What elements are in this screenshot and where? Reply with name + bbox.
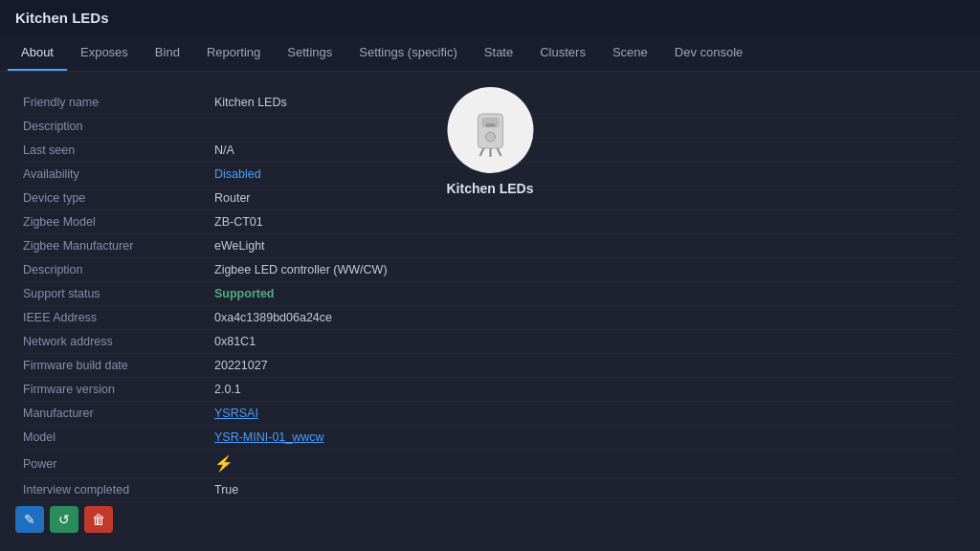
info-row: Zigbee ModelZB-CT01 (23, 210, 957, 234)
nav-tab-reporting[interactable]: Reporting (193, 35, 274, 71)
info-label: Manufacturer (23, 407, 214, 420)
info-row: Support statusSupported (23, 282, 957, 306)
info-label: Power (23, 457, 214, 471)
info-value: Supported (214, 287, 275, 300)
bottom-actions: ✎ ↺ 🗑 (15, 506, 113, 533)
nav-tabs: AboutExposesBindReportingSettingsSetting… (0, 35, 980, 72)
title-bar: Kitchen LEDs (0, 0, 980, 35)
refresh-button[interactable]: ↺ (50, 506, 78, 533)
info-value: True (214, 483, 238, 496)
info-value: Kitchen LEDs (214, 96, 287, 109)
nav-tab-scene[interactable]: Scene (599, 35, 661, 71)
info-label: Description (23, 120, 214, 133)
info-label: Support status (23, 287, 214, 300)
device-name-center: Kitchen LEDs (446, 181, 533, 196)
nav-tab-clusters[interactable]: Clusters (526, 35, 599, 71)
svg-rect-6 (485, 123, 495, 127)
info-row: ModelYSR-MINI-01_wwcw (23, 426, 957, 450)
info-value: 0xa4c1389bd06a24ce (214, 311, 332, 324)
nav-tab-settings-specific[interactable]: Settings (specific) (345, 35, 471, 71)
info-row: Zigbee ManufacturereWeLight (23, 234, 957, 258)
info-row: Firmware version2.0.1 (23, 378, 957, 402)
info-label: Availability (23, 167, 214, 181)
info-label: Device type (23, 191, 214, 205)
nav-tab-dev-console[interactable]: Dev console (661, 35, 757, 71)
nav-tab-about[interactable]: About (8, 35, 67, 71)
info-value: eWeLight (214, 239, 265, 253)
device-image (447, 87, 533, 173)
info-value: Router (214, 191, 251, 205)
info-label: Zigbee Model (23, 215, 214, 229)
device-image-container: Kitchen LEDs (446, 87, 533, 196)
svg-point-2 (485, 132, 495, 142)
nav-tab-exposes[interactable]: Exposes (67, 35, 142, 71)
info-row: Firmware build date20221027 (23, 354, 957, 378)
info-row: IEEE Address0xa4c1389bd06a24ce (23, 306, 957, 330)
nav-tab-bind[interactable]: Bind (142, 35, 193, 71)
nav-tab-settings[interactable]: Settings (274, 35, 345, 71)
info-value: 0x81C1 (214, 335, 256, 348)
info-label: Model (23, 430, 214, 444)
app-title: Kitchen LEDs (15, 10, 109, 26)
info-value: Disabled (214, 167, 261, 181)
info-label: Firmware build date (23, 359, 214, 372)
power-icon: ⚡ (214, 455, 234, 472)
edit-button[interactable]: ✎ (15, 506, 44, 533)
info-label: IEEE Address (23, 311, 214, 324)
info-row: Interview completedTrue (23, 478, 957, 502)
info-value[interactable]: YSRSAI (214, 407, 258, 420)
info-label: Friendly name (23, 96, 214, 109)
delete-button[interactable]: 🗑 (84, 506, 113, 533)
info-row: DescriptionZigbee LED controller (WW/CW) (23, 258, 957, 282)
info-value: 20221027 (214, 359, 268, 372)
info-value: Zigbee LED controller (WW/CW) (214, 263, 388, 276)
info-row: Network address0x81C1 (23, 330, 957, 354)
info-value: N/A (214, 143, 234, 157)
svg-line-3 (479, 148, 483, 156)
info-value: 2.0.1 (214, 383, 241, 396)
info-value: ⚡ (214, 454, 234, 473)
info-label: Interview completed (23, 483, 214, 496)
info-label: Description (23, 263, 214, 276)
info-label: Network address (23, 335, 214, 348)
info-value: ZB-CT01 (214, 215, 263, 229)
info-label: Zigbee Manufacturer (23, 239, 214, 253)
info-row: ManufacturerYSRSAI (23, 402, 957, 426)
info-label: Firmware version (23, 383, 214, 396)
info-row: Power⚡ (23, 450, 957, 478)
info-value[interactable]: YSR-MINI-01_wwcw (214, 430, 324, 444)
svg-line-5 (497, 148, 501, 156)
info-label: Last seen (23, 143, 214, 157)
nav-tab-state[interactable]: State (471, 35, 526, 71)
